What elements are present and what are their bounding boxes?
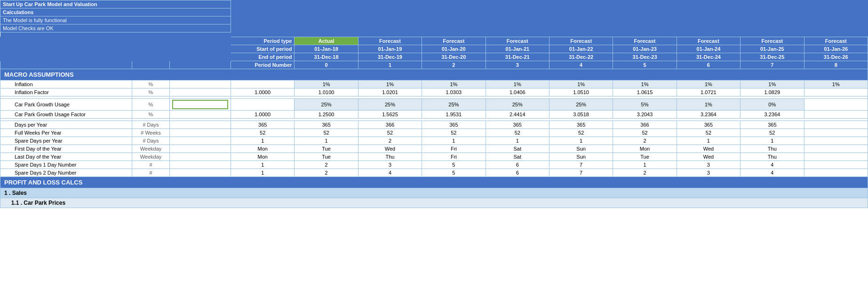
spare-days-f1: 1 [295, 137, 358, 145]
car-park-growth-factor-f4: 2.4414 [486, 111, 549, 119]
full-weeks-f4: 52 [486, 129, 549, 137]
info-row-1: The Model is fully functional [0, 16, 868, 24]
car-park-growth-f2: 25% [358, 99, 422, 111]
car-park-growth-f3: 25% [422, 99, 486, 111]
first-day-f5: Sun [549, 145, 613, 153]
profit-loss-label: PROFIT AND LOSS CALCS [0, 177, 868, 188]
inflation-factor-f2: 1.0201 [358, 88, 422, 96]
full-weeks-unit: # Weeks [132, 129, 170, 137]
full-weeks-actual: 52 [231, 129, 295, 137]
inflation-f8: 1% [741, 80, 804, 88]
macro-assumptions-header: MACRO ASSUMPTIONS [0, 69, 868, 80]
days-per-year-f8: 365 [741, 121, 804, 129]
col-forecast-4: Forecast [549, 37, 613, 45]
start-f5: 01-Jan-23 [613, 45, 677, 53]
car-park-growth-factor-f2: 1.5625 [358, 111, 422, 119]
first-day-f2: Wed [358, 145, 422, 153]
start-f7: 01-Jan-25 [741, 45, 804, 53]
period-num-0: 0 [295, 61, 358, 69]
inflation-factor-f4: 1.0406 [486, 88, 549, 96]
period-number-label: Period Number [231, 61, 295, 69]
start-period-label: Start of period [231, 45, 295, 53]
spare-days-2-f8: 4 [741, 169, 804, 177]
period-num-2: 2 [422, 61, 486, 69]
full-weeks-f6: 52 [613, 129, 677, 137]
col-actual-type: Actual [295, 37, 358, 45]
full-weeks-f2: 52 [358, 129, 422, 137]
inflation-factor-actual: 1.0000 [231, 88, 295, 96]
inflation-factor-input-cell [170, 88, 231, 96]
spare-days-1-f7: 3 [677, 161, 740, 169]
inflation-label: Inflation [0, 80, 132, 88]
spare-days-2-f6: 2 [613, 169, 677, 177]
inflation-f1: 1% [295, 80, 358, 88]
last-day-f3: Fri [422, 153, 486, 161]
col-forecast-5: Forecast [613, 37, 677, 45]
spare-days-1-label: Spare Days 1 Day Number [0, 161, 132, 169]
car-park-growth-actual [231, 99, 295, 111]
inflation-factor-unit: % [132, 88, 170, 96]
end-f7: 31-Dec-25 [741, 53, 804, 61]
last-day-f1: Tue [295, 153, 358, 161]
first-day-row: First Day of the Year Weekday Mon Tue We… [0, 145, 868, 153]
spare-days-2-unit: # [132, 169, 170, 177]
info-line2: Model Checks are OK [0, 24, 231, 32]
full-weeks-f7: 52 [677, 129, 740, 137]
spare-days-2-f1: 2 [295, 169, 358, 177]
last-day-f5: Sun [549, 153, 613, 161]
end-f5: 31-Dec-23 [613, 53, 677, 61]
first-day-f8: Thu [741, 145, 804, 153]
days-per-year-unit: # Days [132, 121, 170, 129]
inflation-factor-f6: 1.0615 [613, 88, 677, 96]
car-park-growth-f7: 1% [677, 99, 740, 111]
spare-days-1-f6: 1 [613, 161, 677, 169]
info-line1: The Model is fully functional [0, 16, 231, 24]
period-num-5: 5 [613, 61, 677, 69]
subtitle: Calculations [0, 8, 231, 16]
spare-days-1-f4: 6 [486, 161, 549, 169]
car-park-growth-input[interactable] [172, 100, 228, 109]
car-park-growth-factor-f7: 3.2364 [677, 111, 740, 119]
last-day-unit: Weekday [132, 153, 170, 161]
spare-days-1-f2: 3 [358, 161, 422, 169]
days-per-year-f4: 365 [486, 121, 549, 129]
days-per-year-f1: 365 [295, 121, 358, 129]
spare-days-f5: 1 [549, 137, 613, 145]
spare-days-f8: 1 [741, 137, 804, 145]
spare-days-1-f3: 5 [422, 161, 486, 169]
car-park-growth-f5: 25% [549, 99, 613, 111]
spacer-row [0, 32, 868, 37]
inflation-f2: 1% [358, 80, 422, 88]
last-day-f4: Sat [486, 153, 549, 161]
inflation-f7: 1% [677, 80, 740, 88]
info-row-2: Model Checks are OK [0, 24, 868, 32]
spare-days-2-f5: 7 [549, 169, 613, 177]
end-period-row: End of period 31-Dec-18 31-Dec-19 31-Dec… [0, 53, 868, 61]
end-f6: 31-Dec-24 [677, 53, 740, 61]
first-day-actual: Mon [231, 145, 295, 153]
car-park-prices-label: 1.1 . Car Park Prices [0, 198, 868, 208]
car-park-growth-factor-f1: 1.2500 [295, 111, 358, 119]
spare-days-1-f1: 2 [295, 161, 358, 169]
first-day-f6: Mon [613, 145, 677, 153]
end-f8: 31-Dec-26 [804, 53, 868, 61]
period-num-3: 3 [486, 61, 549, 69]
car-park-growth-input-cell[interactable] [170, 99, 231, 111]
inflation-input-cell [170, 80, 231, 88]
inflation-factor-f5: 1.0510 [549, 88, 613, 96]
period-num-1: 1 [358, 61, 422, 69]
last-day-row: Last Day of the Year Weekday Mon Tue Thu… [0, 153, 868, 161]
inflation-f9: 1% [804, 80, 868, 88]
profit-loss-header: PROFIT AND LOSS CALCS [0, 177, 868, 188]
first-day-f3: Fri [422, 145, 486, 153]
period-type-row: Period type Actual Forecast Forecast For… [0, 37, 868, 45]
days-per-year-actual: 365 [231, 121, 295, 129]
spare-days-1-f5: 7 [549, 161, 613, 169]
col-forecast-8: Forecast [804, 37, 868, 45]
period-num-4: 4 [549, 61, 613, 69]
days-per-year-f3: 365 [422, 121, 486, 129]
full-weeks-row: Full Weeks Per Year # Weeks 52 52 52 52 … [0, 129, 868, 137]
car-park-growth-f4: 25% [486, 99, 549, 111]
days-per-year-f6: 366 [613, 121, 677, 129]
col-forecast-1: Forecast [358, 37, 422, 45]
